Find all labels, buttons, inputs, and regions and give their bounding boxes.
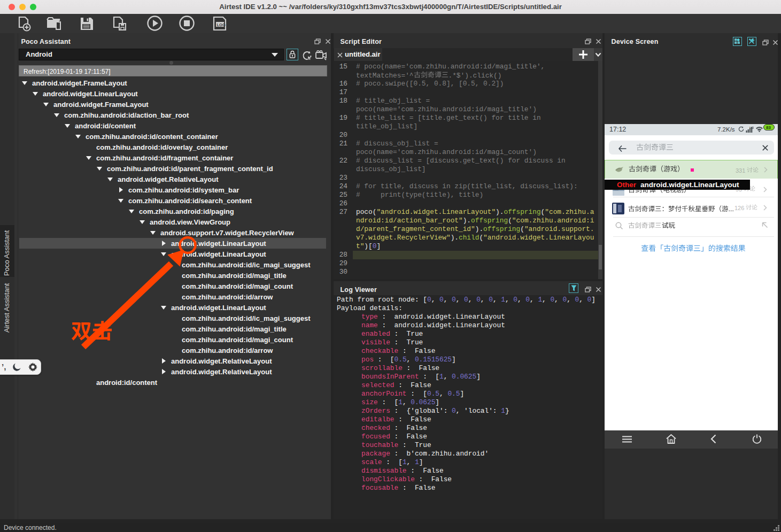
svg-text:LOG: LOG — [217, 22, 226, 27]
